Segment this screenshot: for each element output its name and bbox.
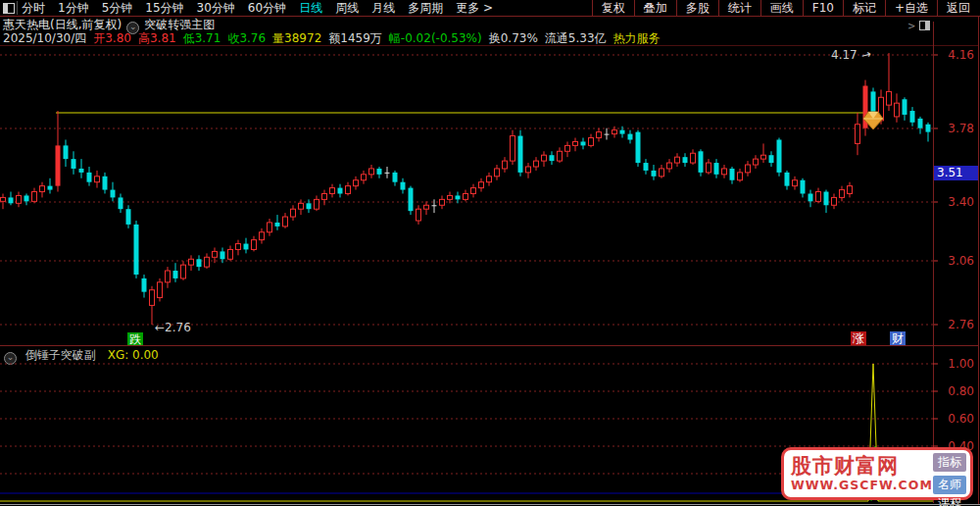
title-bar: 惠天热电(日线,前复权)⌄突破转强主图 (3, 18, 215, 31)
watermark-url: WWW.GSCFW.COM (791, 478, 933, 493)
low-price-annotation: ←2.76 (155, 321, 191, 334)
top-toolbar: 分时1分钟5分钟15分钟30分钟60分钟日线周线月线多周期更多 > 复权叠加多股… (0, 0, 980, 16)
period-tab-10[interactable]: 更多 > (456, 1, 493, 15)
main-indicator-name[interactable]: 突破转强主图 (144, 18, 215, 31)
toolbar-bottom-border (0, 16, 980, 17)
period-tab-9[interactable]: 多周期 (408, 1, 443, 15)
signal-badge-rise: 涨 (851, 331, 866, 345)
toolbar-button-4[interactable]: 画线 (760, 0, 803, 16)
price-axis-label-3: 3.06 (939, 254, 974, 268)
stock-title: 惠天热电(日线,前复权) (3, 18, 122, 31)
toolbar-buttons: 复权叠加多股统计画线F10标记+自选返回 (592, 0, 979, 16)
period-tab-1[interactable]: 1分钟 (58, 1, 89, 15)
main-candles-chart[interactable] (0, 46, 980, 346)
toolbar-button-6[interactable]: 标记 (843, 0, 885, 16)
ohlc-info-bar: 2025/10/30/四开3.80高3.81低3.71收3.76量38972额1… (3, 31, 667, 45)
info-field-2: 高3.81 (138, 31, 176, 45)
watermark-box: 股市财富网 WWW.GSCFW.COM 指标分享 名师课程 (781, 447, 973, 500)
info-field-8: 换0.73% (489, 31, 538, 45)
period-tab-3[interactable]: 15分钟 (145, 1, 183, 15)
price-axis-label-2: 3.40 (939, 195, 974, 209)
info-field-7: 幅-0.02(-0.53%) (389, 31, 482, 45)
info-field-0: 2025/10/30/四 (3, 31, 86, 45)
toolbar-button-8[interactable]: 返回 (937, 0, 979, 16)
period-tab-4[interactable]: 30分钟 (197, 1, 235, 15)
watermark-badge-2: 名师课程 (933, 476, 966, 494)
price-axis-label-1: 3.78 (939, 122, 974, 135)
period-tab-6[interactable]: 日线 (299, 1, 322, 15)
info-field-1: 开3.80 (93, 31, 131, 45)
period-tab-8[interactable]: 月线 (371, 1, 395, 15)
period-tab-7[interactable]: 周线 (335, 1, 359, 15)
toolbar-divider (17, 1, 18, 15)
indicator-axis-label-1: 0.80 (939, 384, 974, 398)
info-field-9: 流通5.33亿 (545, 31, 607, 45)
watermark-badge-1: 指标分享 (933, 453, 966, 472)
info-field-6: 额1459万 (328, 31, 382, 45)
high-price-annotation: 4.17 → (831, 48, 871, 62)
toolbar-button-1[interactable]: 叠加 (634, 0, 676, 16)
toolbar-button-7[interactable]: +自选 (885, 0, 937, 16)
layout-icon[interactable] (3, 3, 15, 14)
info-field-4: 收3.76 (227, 31, 266, 45)
arrow-right-icon: → (859, 47, 872, 63)
indicator-axis-label-2: 0.60 (939, 412, 974, 426)
watermark-title: 股市财富网 (791, 454, 933, 478)
info-field-10: 热力服务 (613, 31, 661, 45)
period-tab-2[interactable]: 5分钟 (102, 1, 133, 15)
panel-layout-icon[interactable] (919, 21, 930, 30)
window-bottom-border (0, 504, 980, 505)
cursor-price-label: 3.51 (934, 166, 978, 180)
toolbar-button-0[interactable]: 复权 (592, 0, 634, 16)
toolbar-button-5[interactable]: F10 (803, 0, 843, 16)
period-tab-5[interactable]: 60分钟 (248, 1, 286, 15)
info-field-3: 低3.71 (183, 31, 221, 45)
title-right-controls: > (907, 21, 933, 30)
toolbar-button-3[interactable]: 统计 (718, 0, 760, 16)
toolbar-button-2[interactable]: 多股 (676, 0, 718, 16)
info-field-5: 量38972 (272, 31, 321, 45)
signal-badge-fall: 跌 (127, 332, 143, 346)
chevron-right-icon[interactable]: > (907, 21, 915, 31)
period-tab-0[interactable]: 分时 (22, 1, 45, 15)
price-axis-label-0: 4.16 (939, 48, 974, 62)
indicator-axis-label-0: 1.00 (939, 357, 974, 371)
price-axis-label-4: 2.76 (939, 318, 974, 331)
tdx-window: 分时1分钟5分钟15分钟30分钟60分钟日线周线月线多周期更多 > 复权叠加多股… (0, 0, 980, 506)
period-tabs: 分时1分钟5分钟15分钟30分钟60分钟日线周线月线多周期更多 > (22, 0, 506, 16)
signal-badge-wealth: 财 (890, 331, 906, 345)
